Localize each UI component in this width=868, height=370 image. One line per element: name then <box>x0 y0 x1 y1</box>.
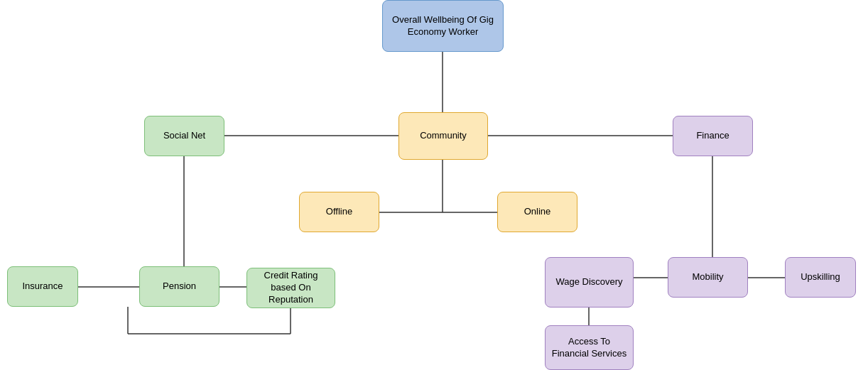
node-insurance: Insurance <box>7 266 78 307</box>
node-upskilling: Upskilling <box>785 257 856 298</box>
node-pension: Pension <box>139 266 219 307</box>
node-finance: Finance <box>673 116 753 156</box>
node-online: Online <box>497 192 577 232</box>
node-access-financial: Access To Financial Services <box>545 325 634 370</box>
connector-lines <box>0 0 868 370</box>
diagram-container: Overall Wellbeing Of Gig Economy Worker … <box>0 0 868 370</box>
node-social-net: Social Net <box>144 116 224 156</box>
node-wage-discovery: Wage Discovery <box>545 257 634 308</box>
node-community: Community <box>398 112 488 160</box>
node-offline: Offline <box>299 192 379 232</box>
node-credit-rating: Credit Rating based On Reputation <box>246 268 335 308</box>
node-mobility: Mobility <box>668 257 748 298</box>
node-root: Overall Wellbeing Of Gig Economy Worker <box>382 0 504 52</box>
